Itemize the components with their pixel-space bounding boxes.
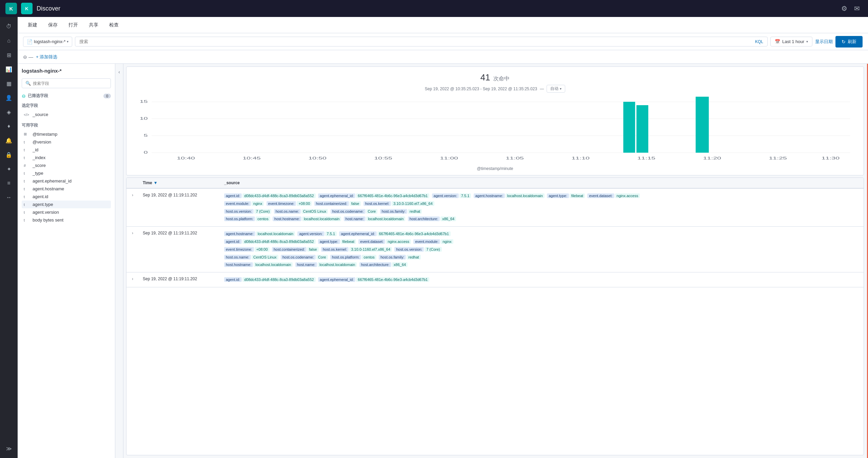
nav-apm-icon[interactable]: ♦ — [2, 119, 16, 133]
add-filter-button[interactable]: + 添加筛选 — [36, 54, 57, 60]
svg-rect-19 — [623, 102, 635, 153]
auto-selector[interactable]: 自动 ▾ — [547, 85, 565, 93]
svg-text:5: 5 — [144, 133, 148, 137]
col-time-header[interactable]: Time ▼ — [143, 180, 224, 185]
nav-ml-icon[interactable]: ✦ — [2, 162, 16, 176]
main-content: 41 次命中 Sep 19, 2022 @ 10:35:25.023 - Sep… — [123, 64, 868, 458]
app-title: Discover — [37, 5, 837, 12]
search-input[interactable] — [79, 39, 752, 44]
chart-dash: — — [540, 87, 544, 91]
hit-label: 次命中 — [493, 76, 510, 81]
field-item-agent-id[interactable]: t agent.id — [22, 193, 111, 201]
filter-section-icon: ⊖ — [22, 93, 26, 99]
index-selector[interactable]: 📄 logstash-nginx-* ▾ — [23, 37, 72, 47]
agentid-field-name: agent.id — [33, 194, 48, 199]
row-time: Sep 19, 2022 @ 11:19:11.202 — [143, 276, 224, 281]
row-time: Sep 19, 2022 @ 11:19:11.202 — [143, 230, 224, 235]
svg-text:11:25: 11:25 — [769, 156, 787, 160]
hostname-type-icon: t — [24, 187, 31, 191]
expand-btn[interactable]: › — [132, 192, 143, 197]
filtered-fields-count: 0 — [103, 94, 111, 98]
nav-alerts-icon[interactable]: 🔔 — [2, 134, 16, 147]
nav-security-icon[interactable]: 🔒 — [2, 148, 16, 161]
nav-recent-icon[interactable]: ⏱ — [2, 20, 16, 33]
nav-dashboard-icon[interactable]: ▦ — [2, 77, 16, 90]
svg-text:11:30: 11:30 — [822, 156, 840, 160]
version-field-name: @version — [33, 139, 51, 145]
bodybytes-type-icon: t — [24, 218, 31, 222]
nav-expand-icon[interactable]: ≫ — [2, 442, 16, 455]
search-input-wrap[interactable]: KQL — [75, 37, 768, 46]
index-chevron: ▾ — [67, 40, 68, 43]
field-item-agent-version[interactable]: t agent.version — [22, 208, 111, 216]
share-button[interactable]: 共享 — [84, 20, 103, 30]
score-type-icon: # — [24, 164, 31, 168]
selected-fields-section: 选定字段 </> _source — [22, 103, 111, 118]
svg-text:11:05: 11:05 — [506, 156, 524, 160]
field-search-icon: 🔍 — [25, 81, 31, 86]
type-field-name: _type — [33, 171, 43, 176]
field-search-input[interactable] — [33, 81, 107, 86]
field-item-id[interactable]: t _id — [22, 146, 111, 154]
settings-header-icon[interactable]: ⚙ — [841, 4, 847, 13]
row-time: Sep 19, 2022 @ 11:19:11.202 — [143, 192, 224, 197]
table-row[interactable]: › Sep 19, 2022 @ 11:19:11.202 agent.id:d… — [126, 189, 864, 227]
field-item-body-bytes[interactable]: t body bytes sent — [22, 216, 111, 224]
filter-bar: ⊖ — + 添加筛选 — [18, 50, 868, 64]
filter-circle-icon: ⊖ — [23, 54, 27, 60]
nav-logs-icon[interactable]: ≡ — [2, 176, 16, 190]
score-field-name: _score — [33, 163, 46, 168]
chart-header: 41 次命中 — [133, 72, 857, 83]
time-sort-icon: ▼ — [154, 180, 158, 185]
field-item-version[interactable]: t @version — [22, 138, 111, 146]
new-button[interactable]: 新建 — [23, 20, 42, 30]
app-icon: K — [21, 3, 33, 14]
source-field-item[interactable]: </> _source — [22, 111, 111, 118]
index-label: logstash-nginx-* — [34, 39, 65, 44]
field-item-timestamp[interactable]: ⊞ @timestamp — [22, 130, 111, 138]
refresh-button[interactable]: ↻ 刷新 — [835, 36, 863, 47]
save-button[interactable]: 保存 — [43, 20, 62, 30]
table-row[interactable]: › Sep 19, 2022 @ 11:19:11.202 agent.host… — [126, 227, 864, 272]
ephemeral-type-icon: t — [24, 179, 31, 183]
agenttype-type-icon: t — [24, 203, 31, 207]
field-item-hostname[interactable]: t agent.hostname — [22, 185, 111, 193]
timestamp-type-icon: ⊞ — [24, 132, 31, 136]
nav-user-icon[interactable]: 👤 — [2, 91, 16, 104]
field-item-index[interactable]: t _index — [22, 154, 111, 161]
show-dates-button[interactable]: 显示日期 — [815, 39, 833, 45]
filter-icon-wrap[interactable]: ⊖ — — [23, 54, 33, 60]
nav-visualize-icon[interactable]: 📊 — [2, 62, 16, 76]
svg-text:10:40: 10:40 — [177, 156, 195, 160]
nav-discover-icon[interactable]: ⊞ — [2, 48, 16, 62]
chart-date-text: Sep 19, 2022 @ 10:35:25.023 - Sep 19, 20… — [425, 87, 537, 91]
open-button[interactable]: 打开 — [64, 20, 83, 30]
nav-maps-icon[interactable]: ↔ — [2, 191, 16, 204]
table-body: › Sep 19, 2022 @ 11:19:11.202 agent.id:d… — [126, 189, 864, 455]
svg-text:11:15: 11:15 — [637, 156, 655, 160]
nav-integrations-icon[interactable]: ◈ — [2, 105, 16, 119]
timestamp-field-name: @timestamp — [33, 132, 57, 137]
field-item-score[interactable]: # _score — [22, 161, 111, 169]
source-field-name: _source — [33, 112, 48, 117]
field-search-wrap[interactable]: 🔍 — [22, 78, 111, 88]
filtered-fields-title: 已筛选字段 — [28, 93, 48, 99]
agenttype-field-name: agent.type — [33, 202, 53, 207]
hostname-field-name: agent.hostname — [33, 186, 64, 191]
inspect-button[interactable]: 检查 — [104, 20, 123, 30]
field-item-agent-type[interactable]: t agent.type — [22, 201, 111, 208]
expand-btn[interactable]: › — [132, 276, 143, 281]
left-sidebar: logstash-nginx-* 🔍 ⊖ 已筛选字段 0 — [18, 64, 123, 458]
kql-badge[interactable]: KQL — [755, 39, 763, 44]
col-source-header: _source — [224, 180, 858, 185]
date-picker[interactable]: 📅 Last 1 hour ▾ — [770, 37, 812, 46]
sidebar-collapse-btn[interactable]: ‹ — [115, 64, 123, 458]
field-item-ephemeral-id[interactable]: t agent.ephemeral_id — [22, 177, 111, 185]
field-item-type[interactable]: t _type — [22, 169, 111, 177]
mail-icon[interactable]: ✉ — [854, 4, 860, 13]
nav-home-icon[interactable]: ⌂ — [2, 34, 16, 47]
auto-label: 自动 — [550, 86, 558, 92]
expand-btn[interactable]: › — [132, 230, 143, 235]
index-field-name: _index — [33, 155, 45, 160]
table-row[interactable]: › Sep 19, 2022 @ 11:19:11.202 agent.id:d… — [126, 272, 864, 287]
